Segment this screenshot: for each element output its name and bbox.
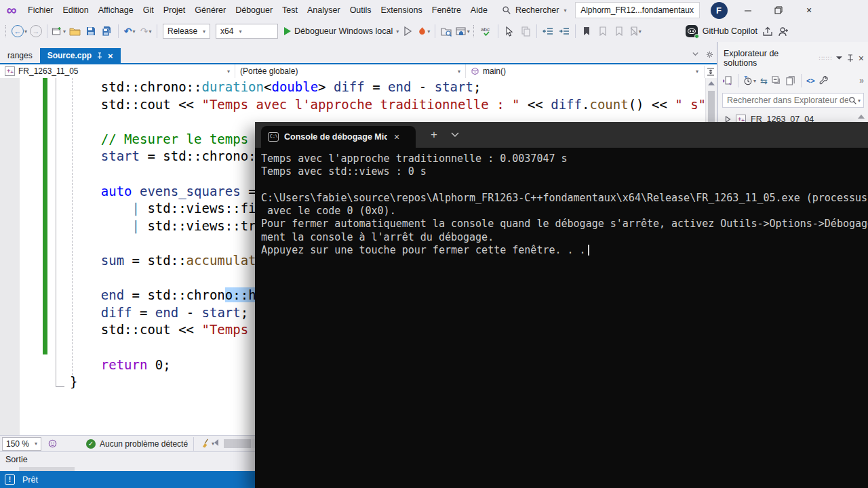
search-icon — [502, 5, 511, 15]
sync-with-active-document-icon[interactable] — [722, 76, 733, 86]
menu-item-outils[interactable]: Outils — [345, 0, 376, 20]
restore-button[interactable] — [764, 0, 794, 20]
copilot-icon[interactable] — [686, 25, 698, 37]
toolbar-overflow-icon[interactable]: » — [859, 76, 864, 85]
find-in-files-button[interactable] — [439, 23, 454, 39]
open-folder-button[interactable] — [67, 23, 82, 39]
close-button[interactable]: × — [794, 0, 825, 20]
menu-item-analyser[interactable]: Analyser — [302, 0, 345, 20]
menu-item-projet[interactable]: Projet — [159, 0, 191, 20]
code-cleanup-button[interactable]: ▾ — [200, 436, 215, 452]
console-body-lines[interactable]: Temps avec l'approche traditionnelle : 0… — [255, 148, 868, 257]
spell-check-button[interactable]: abc — [479, 23, 494, 39]
menu-item-extensions[interactable]: Extensions — [376, 0, 427, 20]
tab-ranges[interactable]: ranges — [0, 48, 40, 63]
view-code-icon[interactable]: <> — [806, 77, 815, 85]
start-without-debugging-button[interactable] — [400, 23, 415, 39]
debug-console-window[interactable]: C:\ Console de débogage Micros × + Temps… — [255, 122, 868, 488]
decrease-indent-button[interactable] — [540, 23, 555, 39]
project-dropdown[interactable]: ++ FR_1263_11_05 ▾ — [0, 64, 235, 78]
copilot-label[interactable]: GitHub Copilot — [703, 26, 757, 36]
select-tool-button[interactable] — [502, 23, 517, 39]
menu-item-affichage[interactable]: Affichage — [94, 0, 138, 20]
show-all-files-icon[interactable] — [786, 76, 796, 85]
visual-studio-logo-icon: ∞ — [0, 0, 23, 20]
document-tabs: ranges Source.cpp × — [0, 48, 717, 63]
solution-title-box[interactable]: Alphorm_FR12...fondamentaux — [575, 2, 700, 18]
close-tab-icon[interactable]: × — [108, 51, 113, 61]
zoom-combo[interactable]: 150 %▾ — [2, 437, 41, 451]
scroll-left-arrow-icon[interactable] — [214, 439, 218, 446]
toolbar-grip[interactable] — [473, 25, 476, 37]
console-tab-title: Console de débogage Micros — [284, 132, 387, 142]
next-bookmark-button[interactable] — [612, 23, 627, 39]
add-user-icon[interactable] — [778, 26, 789, 37]
menu-item-fentre[interactable]: Fenêtre — [427, 0, 466, 20]
scope-dropdown[interactable]: (Portée globale) ▾ — [235, 64, 466, 78]
start-debugging-button[interactable]: Débogueur Windows local▾ — [281, 23, 399, 39]
search-options-icon[interactable]: ▾ — [858, 98, 861, 104]
member-dropdown[interactable]: main() ▾ — [466, 64, 717, 78]
console-line: avec le code 0 (0x0). — [261, 205, 868, 218]
increase-indent-button[interactable] — [557, 23, 572, 39]
menu-item-aide[interactable]: Aide — [466, 0, 492, 20]
gear-icon[interactable] — [705, 50, 714, 59]
close-console-tab-icon[interactable]: × — [394, 131, 399, 142]
new-console-tab-button[interactable]: + — [431, 128, 437, 142]
navigate-forward-button[interactable]: → — [28, 23, 43, 39]
pending-changes-filter-button[interactable]: ▾ — [743, 76, 756, 85]
clear-bookmarks-button[interactable]: ▾ — [628, 23, 643, 39]
quick-search[interactable]: Rechercher ▾ — [502, 5, 567, 15]
explorer-toolbar: ▾ ⇆ <> » — [718, 73, 868, 88]
scrollbar-thumb[interactable] — [224, 439, 251, 448]
configuration-combo[interactable]: Release▾ — [163, 24, 210, 39]
document-health-icon[interactable] — [47, 439, 58, 449]
new-project-button[interactable]: ▾ — [51, 23, 66, 39]
console-tab-dropdown-icon[interactable] — [451, 132, 459, 138]
search-icon[interactable] — [848, 96, 857, 105]
window-layout-button[interactable]: ▾ — [455, 23, 470, 39]
platform-combo[interactable]: x64▾ — [216, 24, 278, 39]
undo-button[interactable]: ↶▾ — [122, 23, 137, 39]
pin-icon[interactable] — [847, 54, 854, 62]
save-all-button[interactable] — [100, 23, 115, 39]
close-panel-icon[interactable]: × — [859, 53, 864, 64]
menu-item-gnrer[interactable]: Générer — [190, 0, 231, 20]
menu-item-fichier[interactable]: Fichier — [23, 0, 58, 20]
redo-button[interactable]: ↷▾ — [138, 23, 153, 39]
tab-source-cpp[interactable]: Source.cpp × — [40, 48, 121, 63]
account-avatar[interactable]: F — [711, 2, 728, 19]
panel-menu-chevron-icon[interactable] — [836, 56, 842, 60]
collapse-all-icon[interactable] — [772, 76, 782, 85]
copy-button[interactable] — [518, 23, 533, 39]
switch-views-icon[interactable]: ⇆ — [760, 76, 768, 86]
expander-icon[interactable] — [725, 116, 731, 123]
split-editor-icon[interactable] — [704, 66, 716, 78]
minimize-button[interactable] — [733, 0, 764, 20]
properties-wrench-icon[interactable] — [819, 76, 829, 85]
explorer-search-input[interactable] — [727, 96, 848, 105]
explorer-search-box[interactable]: ▾ — [722, 93, 864, 108]
console-tab[interactable]: C:\ Console de débogage Micros × — [261, 126, 416, 148]
save-button[interactable] — [83, 23, 98, 39]
problems-indicator[interactable]: ✓ Aucun problème détecté — [86, 439, 188, 449]
menu-item-git[interactable]: Git — [138, 0, 159, 20]
toolbar-grip[interactable] — [5, 25, 8, 37]
previous-bookmark-button[interactable] — [595, 23, 610, 39]
notifications-icon[interactable]: ! — [5, 474, 15, 485]
tab-list-chevron-icon[interactable] — [692, 50, 699, 58]
console-line: C:\Users\fabie\source\repos\Alphorm_FR12… — [261, 192, 868, 205]
menu-item-test[interactable]: Test — [277, 0, 302, 20]
pin-icon[interactable] — [96, 52, 103, 60]
toggle-bookmark-button[interactable] — [579, 23, 594, 39]
hot-reload-button[interactable]: ▾ — [416, 23, 431, 39]
scroll-up-arrow-icon[interactable] — [708, 81, 715, 85]
scroll-up-arrow-icon[interactable] — [858, 115, 865, 119]
share-icon[interactable] — [762, 26, 773, 37]
menu-item-edition[interactable]: Edition — [58, 0, 94, 20]
method-cube-icon — [471, 67, 479, 76]
play-icon — [284, 27, 291, 35]
navigate-back-button[interactable]: ←▾ — [12, 23, 27, 39]
menu-item-dboguer[interactable]: Déboguer — [231, 0, 277, 20]
output-panel-title[interactable]: Sortie — [5, 455, 28, 464]
